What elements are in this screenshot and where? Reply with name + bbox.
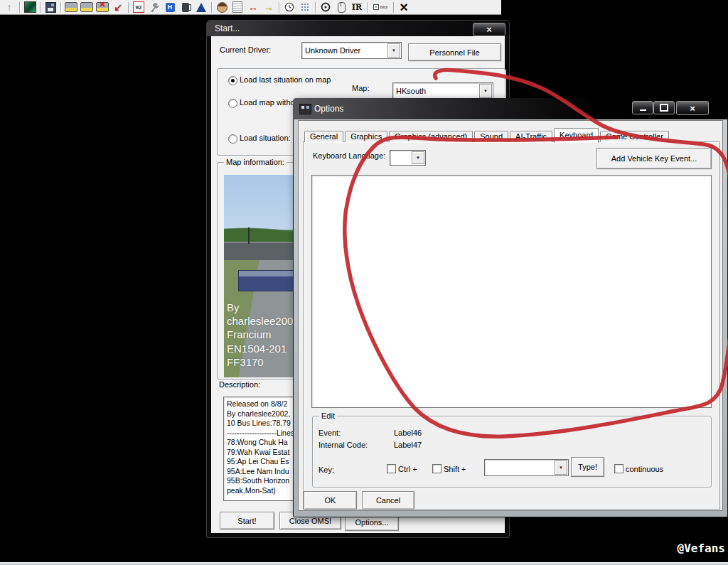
change-bus-button[interactable] [79, 1, 95, 14]
busstop-icon: H [166, 3, 175, 12]
ctrl-checkbox[interactable] [387, 464, 396, 473]
start-button[interactable]: Start! [220, 512, 274, 529]
radio-load-map-label[interactable]: Load map witho [240, 98, 295, 107]
blitz-checkbox-icon: xblitz [373, 4, 388, 10]
minimize-icon [640, 109, 646, 111]
maximize-button[interactable] [653, 101, 675, 114]
repair-button[interactable] [146, 1, 162, 14]
add-bus-button[interactable] [63, 1, 79, 14]
save-button[interactable] [43, 1, 58, 14]
description-label: Description: [219, 380, 260, 389]
radio-load-situation-label[interactable]: Load situation: [240, 134, 291, 142]
swap-direction-button[interactable]: ↔ [245, 1, 261, 14]
toolbar-separator [60, 2, 61, 13]
uniform-icon [196, 3, 206, 12]
add-vehicle-key-event-button[interactable]: Add Vehicle Key Event... [596, 148, 712, 169]
options-dialog-titlebar[interactable]: Options × [293, 98, 728, 119]
toolbar-separator [19, 2, 20, 13]
toolbar-separator [367, 2, 368, 13]
radio-load-map[interactable] [228, 99, 237, 108]
internal-code-label: Internal Code: [318, 441, 368, 449]
chevron-down-icon[interactable]: ▼ [412, 151, 424, 164]
minimize-button[interactable] [632, 101, 653, 114]
start-dialog-title: Start... [215, 23, 240, 33]
main-toolbar: ↑ × ↙ 92 H ↔ → IR xb [0, 0, 501, 15]
map-credit-line: FF3170 [227, 356, 264, 368]
continuous-checkbox[interactable] [614, 464, 623, 473]
steering-wheel-icon [321, 2, 331, 12]
event-label: Event: [318, 429, 341, 437]
map-editor-button[interactable] [22, 1, 38, 14]
current-driver-select[interactable]: Unknown Driver ▼ [301, 42, 402, 59]
key-events-listbox[interactable] [311, 175, 712, 408]
bus-icon [80, 2, 93, 12]
personnel-file-button[interactable]: Personnel File [408, 43, 501, 61]
fuel-price-button[interactable]: 92 [131, 1, 146, 14]
radio-load-last-label[interactable]: Load last situation on map [240, 75, 331, 84]
options-close-button[interactable]: × [676, 101, 709, 115]
mouse-settings-button[interactable] [333, 1, 349, 14]
type-button[interactable]: Type! [571, 457, 604, 477]
edit-group: Edit Event: Label46 Internal Code: Label… [312, 416, 712, 488]
keyboard-language-select[interactable]: ▼ [390, 150, 426, 166]
driver-button[interactable] [214, 1, 230, 14]
toolbar-separator [279, 2, 279, 13]
continuous-checkbox-label[interactable]: continuous [626, 465, 663, 473]
radio-load-last-situation[interactable] [228, 76, 237, 85]
undo-up-button[interactable]: ↑ [1, 1, 17, 14]
map-credit-line: By [227, 301, 240, 313]
map-credit-line: charleslee200 [227, 315, 293, 327]
tab-keyboard[interactable]: Keyboard [554, 128, 599, 143]
exit-x-icon: × [400, 1, 408, 14]
map-icon [24, 1, 36, 13]
shift-checkbox-label[interactable]: Shift + [444, 465, 466, 473]
toolbar-separator [211, 2, 212, 13]
yellow-arrow-icon: → [264, 1, 274, 13]
tab-ai-traffic[interactable]: AI-Traffic [510, 131, 552, 142]
fuel-price-icon: 92 [133, 1, 144, 13]
weather-button[interactable] [297, 1, 313, 14]
ir-remote-button[interactable]: IR [349, 1, 365, 14]
cancel-button[interactable]: Cancel [362, 491, 414, 510]
screen: ↑ × ↙ 92 H ↔ → IR xb [0, 0, 728, 565]
busstop-button[interactable]: H [162, 1, 178, 14]
toolbar-separator [393, 2, 394, 13]
next-stop-button[interactable]: → [261, 1, 277, 14]
timetable-button[interactable] [230, 1, 245, 14]
blitz-toggle[interactable]: xblitz [370, 1, 391, 14]
tab-sound[interactable]: Sound [474, 131, 508, 142]
chevron-down-icon[interactable]: ▼ [387, 43, 400, 58]
timetable-doc-icon [232, 1, 242, 13]
start-dialog-titlebar[interactable]: Start... × [207, 21, 509, 36]
exit-button[interactable]: × [396, 1, 412, 14]
time-button[interactable] [282, 1, 297, 14]
event-value: Label46 [394, 429, 422, 437]
keyboard-language-label: Keyboard Language: [313, 151, 385, 160]
shift-checkbox[interactable] [432, 464, 441, 473]
ctrl-checkbox-label[interactable]: Ctrl + [398, 465, 417, 473]
tab-game-controller[interactable]: Game Controller [600, 131, 669, 142]
uniform-button[interactable] [193, 1, 209, 14]
key-select[interactable]: ▼ [484, 459, 569, 476]
map-credit-line: EN1504-201 [227, 343, 287, 355]
chevron-down-icon[interactable]: ▼ [555, 461, 567, 475]
mouse-icon [338, 2, 346, 13]
lamp-post-graphic [248, 227, 250, 244]
ok-button[interactable]: OK [304, 491, 357, 510]
clock-icon [284, 2, 294, 12]
chevron-down-icon[interactable]: ▼ [479, 84, 492, 98]
steering-button[interactable] [318, 1, 333, 14]
watermark: @Vefans [660, 542, 725, 555]
radio-load-situation[interactable] [228, 134, 237, 144]
save-floppy-icon [46, 2, 56, 13]
leave-bus-button[interactable]: ↙ [110, 1, 126, 14]
start-close-button[interactable]: × [473, 23, 505, 36]
map-information-label: Map information: [224, 158, 287, 166]
tab-general[interactable]: General [304, 131, 343, 142]
tab-graphics[interactable]: Graphics [345, 131, 387, 142]
map-select[interactable]: HKsouth ▼ [392, 82, 493, 99]
tab-graphics-advanced[interactable]: Graphics (advanced) [389, 131, 473, 142]
remove-bus-button[interactable]: × [95, 1, 110, 14]
refuel-button[interactable] [178, 1, 193, 14]
map-label: Map: [352, 84, 369, 92]
